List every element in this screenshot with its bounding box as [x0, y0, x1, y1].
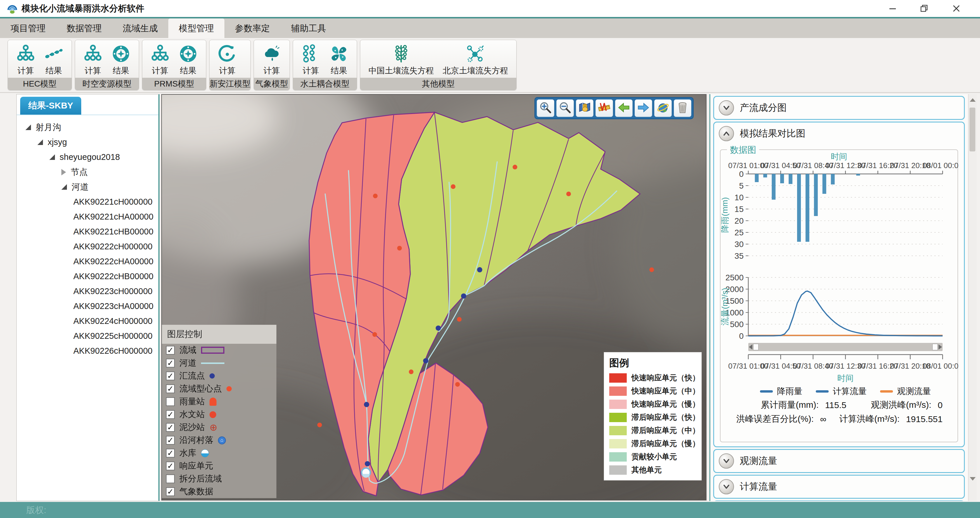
scroll-handle-right[interactable] [932, 344, 938, 350]
chevron-up-icon[interactable] [719, 126, 734, 141]
section-calculated-flow[interactable]: 计算流量 [713, 475, 965, 499]
tree-item[interactable]: AKK90221cHB00000 [17, 224, 158, 239]
ribbon-button-计算[interactable]: 计算 [301, 43, 321, 76]
tree-item[interactable]: AKK90221cH000000 [17, 194, 158, 209]
tree-item[interactable]: AKK90226cH000000 [17, 343, 158, 359]
checkbox-checked[interactable]: ✓ [166, 423, 175, 432]
ribbon-button-计算[interactable]: 计算 [83, 43, 103, 76]
tree-item[interactable]: AKK90223cHA00000 [17, 299, 158, 314]
layer-row-泥沙站[interactable]: ✓泥沙站⊕ [162, 421, 277, 434]
tree-item[interactable]: xjsyg [17, 135, 158, 150]
tree-item[interactable]: AKK90225cH000000 [17, 328, 158, 343]
menu-tab-辅助工具[interactable]: 辅助工具 [280, 18, 337, 38]
tree-item[interactable]: AKK90222cH000000 [17, 239, 158, 254]
layer-row-流域[interactable]: ✓流域 [162, 344, 277, 357]
measure-button[interactable] [595, 99, 613, 117]
checkbox-unchecked[interactable] [166, 397, 175, 406]
checkbox-checked[interactable]: ✓ [166, 371, 175, 380]
ribbon-button-结果[interactable]: 结果 [178, 43, 198, 76]
restore-button[interactable] [914, 2, 934, 15]
scroll-left-icon[interactable] [749, 344, 752, 350]
tree-expanded-icon[interactable] [61, 184, 67, 190]
tree-item[interactable]: AKK90223cH000000 [17, 284, 158, 299]
checkbox-checked[interactable]: ✓ [166, 384, 175, 393]
tree-item[interactable]: 射月沟 [17, 120, 158, 135]
pan-button[interactable] [576, 99, 593, 117]
ribbon-button-结果[interactable]: 结果 [44, 43, 64, 76]
checkbox-checked[interactable]: ✓ [166, 410, 175, 419]
ribbon-button-计算[interactable]: 计算 [151, 43, 170, 76]
checkbox-checked[interactable]: ✓ [166, 462, 175, 470]
checkbox-checked[interactable]: ✓ [166, 346, 175, 355]
tree-item[interactable]: 河道 [17, 180, 158, 194]
layer-row-沿河村落[interactable]: ✓沿河村落⌂ [162, 434, 277, 447]
section-header[interactable]: 产流成分图 [714, 97, 964, 119]
layer-row-气象数据[interactable]: ✓气象数据 [162, 485, 277, 498]
checkbox-checked[interactable]: ✓ [166, 449, 175, 457]
checkbox-checked[interactable]: ✓ [166, 487, 175, 496]
scroll-down-icon[interactable] [970, 477, 975, 481]
ribbon-button-计算[interactable]: 计算 [218, 43, 237, 76]
layer-row-汇流点[interactable]: ✓汇流点 [162, 370, 277, 383]
section-header[interactable]: 模拟结果对比图 [714, 123, 964, 145]
menu-tab-模型管理[interactable]: 模型管理 [168, 18, 224, 38]
map-view[interactable]: 图层控制 ✓流域✓河道✓汇流点✓流域型心点雨量站✓水文站✓泥沙站⊕✓沿河村落⌂✓… [161, 94, 706, 500]
ribbon-button-计算[interactable]: 计算 [16, 43, 35, 76]
zoom-out-button[interactable] [556, 99, 574, 117]
ribbon-button-计算[interactable]: 计算 [262, 43, 282, 76]
layer-row-流域型心点[interactable]: ✓流域型心点 [162, 383, 277, 395]
outlet-station-marker[interactable] [362, 468, 371, 478]
minimize-button[interactable] [882, 2, 903, 15]
delete-button[interactable] [674, 99, 691, 117]
layer-row-拆分后流域[interactable]: 拆分后流域 [162, 472, 277, 485]
tree-item[interactable]: AKK90222cHA00000 [17, 254, 158, 269]
layer-row-水文站[interactable]: ✓水文站 [162, 408, 277, 421]
tree-item[interactable]: sheyuegou2018 [17, 150, 158, 164]
checkbox-checked[interactable]: ✓ [166, 436, 175, 445]
ribbon-button-中国土壤流失方程[interactable]: 中国土壤流失方程 [368, 43, 434, 76]
layer-row-水库[interactable]: ✓水库 [162, 447, 277, 459]
zoom-in-button[interactable] [537, 99, 554, 117]
tree-collapsed-icon[interactable] [61, 169, 66, 175]
tree-item[interactable]: AKK90221cHA00000 [17, 209, 158, 224]
chart-horizontal-scrollbar[interactable] [748, 343, 943, 351]
scroll-right-icon[interactable] [939, 344, 942, 350]
menu-tab-项目管理[interactable]: 项目管理 [0, 18, 56, 38]
menu-tab-参数率定[interactable]: 参数率定 [224, 18, 280, 38]
scroll-handle-left[interactable] [753, 344, 759, 350]
tree-item[interactable]: AKK90222cHB00000 [17, 269, 158, 284]
back-button[interactable] [615, 99, 633, 117]
chevron-down-icon[interactable] [719, 479, 734, 494]
section-simulation-comparison[interactable]: 模拟结果对比图 数据图 时间 07/31 01:0007/31 04:5007/… [713, 122, 965, 447]
tree-tab-results-skby[interactable]: 结果-SKBY [20, 97, 81, 115]
chevron-down-icon[interactable] [719, 100, 734, 115]
section-infiltration-excess-flow[interactable]: 超渗产流量 [713, 500, 965, 501]
section-observed-flow[interactable]: 观测流量 [713, 449, 965, 473]
checkbox-checked[interactable]: ✓ [166, 359, 175, 367]
section-header[interactable]: 计算流量 [714, 476, 964, 498]
tree-item[interactable]: 节点 [17, 164, 158, 180]
section-runoff-components[interactable]: 产流成分图 [713, 96, 965, 120]
menu-tab-流域生成[interactable]: 流域生成 [112, 18, 168, 38]
scroll-up-icon[interactable] [970, 98, 975, 102]
tree-item-label: sheyuegou2018 [60, 152, 120, 162]
forward-button[interactable] [635, 99, 652, 117]
tree-expanded-icon[interactable] [37, 139, 43, 145]
layer-row-雨量站[interactable]: 雨量站 [162, 395, 277, 408]
globe-button[interactable] [654, 99, 672, 117]
chevron-down-icon[interactable] [719, 453, 734, 469]
right-panel-scrollbar[interactable] [968, 94, 977, 501]
ribbon-button-结果[interactable]: 结果 [329, 43, 348, 76]
ribbon-button-北京土壤流失方程[interactable]: 北京土壤流失方程 [443, 43, 508, 76]
ribbon-button-结果[interactable]: 结果 [111, 43, 130, 76]
close-button[interactable] [946, 2, 967, 15]
layer-row-响应单元[interactable]: ✓响应单元 [162, 459, 277, 472]
menu-tab-数据管理[interactable]: 数据管理 [56, 18, 112, 38]
tree-expanded-icon[interactable] [25, 124, 31, 130]
tree-item[interactable]: AKK90224cH000000 [17, 314, 158, 328]
section-header[interactable]: 观测流量 [714, 450, 964, 472]
tree-expanded-icon[interactable] [49, 155, 55, 160]
layer-row-河道[interactable]: ✓河道 [162, 357, 277, 370]
scrollbar-thumb[interactable] [969, 108, 975, 151]
checkbox-unchecked[interactable] [166, 475, 175, 483]
